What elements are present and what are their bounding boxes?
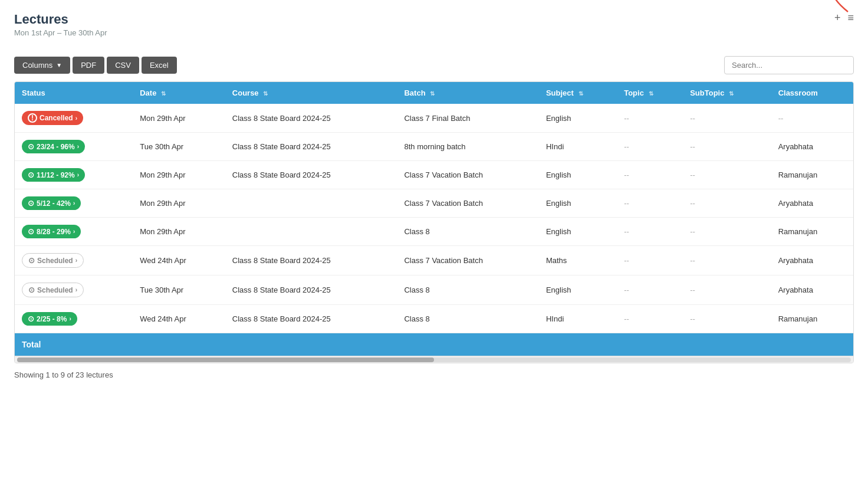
cell-date: Mon 29th Apr [133,104,225,133]
col-batch[interactable]: Batch ⇅ [397,82,539,104]
table-row: ! Cancelled ›Mon 29th AprClass 8 State B… [15,104,853,133]
cell-subtopic: -- [683,305,771,333]
col-topic[interactable]: Topic ⇅ [617,82,683,104]
cell-topic: -- [617,275,683,305]
cell-classroom: Aryabhata [771,133,853,161]
cell-date: Tue 30th Apr [133,133,225,161]
page-subtitle: Mon 1st Apr – Tue 30th Apr [14,28,107,37]
cell-date: Mon 29th Apr [133,189,225,218]
cell-subject: English [539,275,617,305]
cell-date: Wed 24th Apr [133,246,225,275]
table-row: ⊙ 23/24 - 96% ›Tue 30th AprClass 8 State… [15,133,853,161]
cell-topic: -- [617,161,683,189]
cell-topic: -- [617,218,683,246]
lectures-table: Status Date ⇅ Course ⇅ Batch ⇅ Subject ⇅… [14,81,854,363]
cell-subject: English [539,104,617,133]
cell-topic: -- [617,305,683,333]
menu-icon[interactable]: ≡ [847,12,854,24]
cell-date: Wed 24th Apr [133,305,225,333]
cell-classroom: Ramanujan [771,218,853,246]
cell-subject: HIndi [539,305,617,333]
cell-batch: Class 8 [397,275,539,305]
table-header-row: Status Date ⇅ Course ⇅ Batch ⇅ Subject ⇅… [15,82,853,104]
sort-topic-icon: ⇅ [649,90,653,97]
col-course[interactable]: Course ⇅ [225,82,397,104]
sort-subtopic-icon: ⇅ [729,90,734,97]
sort-batch-icon: ⇅ [430,90,435,97]
cell-subtopic: -- [683,104,771,133]
cell-course: Class 8 State Board 2024-25 [225,161,397,189]
total-label: Total [15,333,853,356]
col-date[interactable]: Date ⇅ [133,82,225,104]
cell-topic: -- [617,246,683,275]
cell-date: Mon 29th Apr [133,218,225,246]
caret-icon: ▼ [56,62,62,68]
csv-button[interactable]: CSV [107,57,139,74]
table-row: ⊙ Scheduled ›Tue 30th AprClass 8 State B… [15,275,853,305]
excel-button[interactable]: Excel [142,57,177,74]
cell-course: Class 8 State Board 2024-25 [225,104,397,133]
cell-course: Class 8 State Board 2024-25 [225,133,397,161]
col-subject[interactable]: Subject ⇅ [539,82,617,104]
columns-button[interactable]: Columns ▼ [14,57,70,74]
cell-subject: HIndi [539,133,617,161]
cell-batch: Class 8 [397,218,539,246]
table-row: ⊙ 2/25 - 8% ›Wed 24th AprClass 8 State B… [15,305,853,333]
total-row: Total [15,333,853,356]
cell-subject: English [539,218,617,246]
col-status[interactable]: Status [15,82,133,104]
cell-subtopic: -- [683,246,771,275]
cell-classroom: Aryabhata [771,246,853,275]
table-row: ⊙ 8/28 - 29% ›Mon 29th AprClass 8English… [15,218,853,246]
cell-course [225,218,397,246]
status-badge[interactable]: ⊙ 5/12 - 42% › [22,196,81,210]
status-badge[interactable]: ⊙ 11/12 - 92% › [22,168,85,182]
status-badge[interactable]: ⊙ Scheduled › [22,253,84,268]
add-icon[interactable]: + [834,12,841,24]
cell-date: Tue 30th Apr [133,275,225,305]
cell-topic: -- [617,133,683,161]
status-badge[interactable]: ! Cancelled › [22,111,83,125]
cell-classroom: Ramanujan [771,305,853,333]
col-classroom[interactable]: Classroom [771,82,853,104]
cell-course: Class 8 State Board 2024-25 [225,275,397,305]
cell-batch: Class 7 Vacation Batch [397,189,539,218]
cell-classroom: Aryabhata [771,189,853,218]
cell-topic: -- [617,104,683,133]
cell-subject: English [539,189,617,218]
pdf-button[interactable]: PDF [73,57,104,74]
cell-topic: -- [617,189,683,218]
col-subtopic[interactable]: SubTopic ⇅ [683,82,771,104]
search-input[interactable] [724,56,854,74]
cell-classroom: Aryabhata [771,275,853,305]
pagination-info: Showing 1 to 9 of 23 lectures [14,370,854,379]
cell-classroom: -- [771,104,853,133]
sort-date-icon: ⇅ [161,90,166,97]
status-badge[interactable]: ⊙ 8/28 - 29% › [22,225,81,238]
cell-subtopic: -- [683,133,771,161]
status-badge[interactable]: ⊙ 23/24 - 96% › [22,140,85,153]
status-badge[interactable]: ⊙ Scheduled › [22,283,84,297]
horizontal-scrollbar[interactable] [15,356,853,363]
table-row: ⊙ 11/12 - 92% ›Mon 29th AprClass 8 State… [15,161,853,189]
status-badge[interactable]: ⊙ 2/25 - 8% › [22,312,77,326]
page-title: Lectures [14,12,107,27]
cell-subtopic: -- [683,161,771,189]
table-row: ⊙ Scheduled ›Wed 24th AprClass 8 State B… [15,246,853,275]
sort-course-icon: ⇅ [263,90,268,97]
cell-batch: Class 7 Vacation Batch [397,246,539,275]
cell-batch: Class 7 Vacation Batch [397,161,539,189]
cell-date: Mon 29th Apr [133,161,225,189]
cell-course: Class 8 State Board 2024-25 [225,305,397,333]
cell-course [225,189,397,218]
cell-subtopic: -- [683,218,771,246]
toolbar: Columns ▼ PDF CSV Excel [14,56,854,74]
cell-classroom: Ramanujan [771,161,853,189]
sort-subject-icon: ⇅ [578,90,583,97]
cell-batch: Class 8 [397,305,539,333]
cell-batch: 8th morning batch [397,133,539,161]
cell-subtopic: -- [683,189,771,218]
table-row: ⊙ 5/12 - 42% ›Mon 29th AprClass 7 Vacati… [15,189,853,218]
cell-subject: Maths [539,246,617,275]
cell-batch: Class 7 Final Batch [397,104,539,133]
